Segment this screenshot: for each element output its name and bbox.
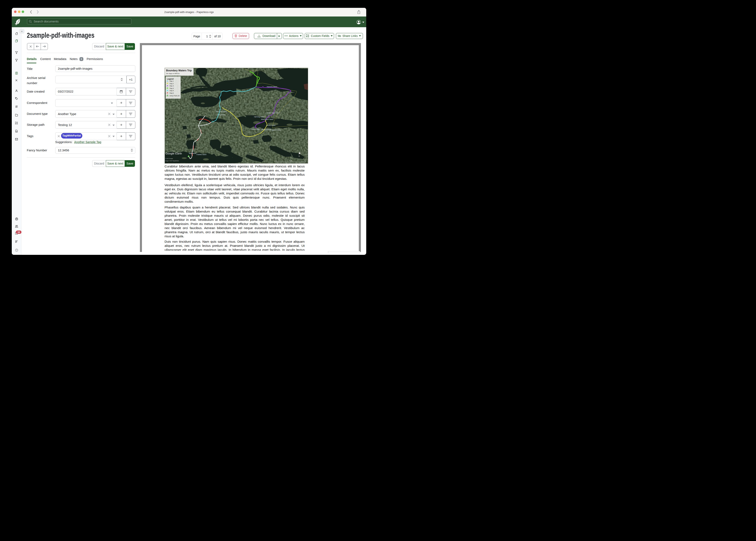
svg-text:Charlies Island: Charlies Island <box>196 154 206 156</box>
svg-text:Squirrel Island: Squirrel Island <box>271 129 281 131</box>
svg-text:Day 2: Day 2 <box>170 83 174 85</box>
svg-text:Day 3: Day 3 <box>170 85 174 87</box>
svg-text:New York Island: New York Island <box>216 111 227 113</box>
svg-text:Lincoln Island: Lincoln Island <box>266 124 275 126</box>
svg-text:Day 6: Day 6 <box>170 92 174 94</box>
svg-text:Mile Island: Mile Island <box>189 152 196 154</box>
svg-text:Text: Text <box>232 124 235 126</box>
svg-text:© 2017 Google: © 2017 Google <box>165 158 173 159</box>
svg-text:Day 4: Day 4 <box>170 87 174 89</box>
svg-text:Boundary Waters Trip: Boundary Waters Trip <box>166 69 192 72</box>
svg-text:Gary Island: Gary Island <box>217 114 225 116</box>
svg-text:Norway Island: Norway Island <box>261 129 271 131</box>
svg-text:Half Dog Island: Half Dog Island <box>254 116 264 118</box>
svg-text:Entry Point 24: Entry Point 24 <box>170 95 180 97</box>
svg-text:Washington Island: Washington Island <box>261 118 273 120</box>
svg-text:Canoe Island: Canoe Island <box>251 128 260 130</box>
svg-text:Google Earth: Google Earth <box>165 152 182 155</box>
svg-text:N: N <box>298 155 300 157</box>
svg-text:Image © 2017 DigitalGlobe: Image © 2017 DigitalGlobe <box>165 160 179 162</box>
svg-text:Six days in BWCA: Six days in BWCA <box>166 73 180 74</box>
svg-text:Legend: Legend <box>167 78 174 80</box>
svg-text:?: ? <box>16 249 17 251</box>
svg-text:Hausons Island: Hausons Island <box>267 86 277 88</box>
svg-text:Day 1: Day 1 <box>170 80 174 82</box>
svg-text:3 mi: 3 mi <box>289 160 292 162</box>
svg-text:Day 5: Day 5 <box>170 90 174 92</box>
svg-text:Indian Grave Island: Indian Grave Island <box>267 112 280 114</box>
